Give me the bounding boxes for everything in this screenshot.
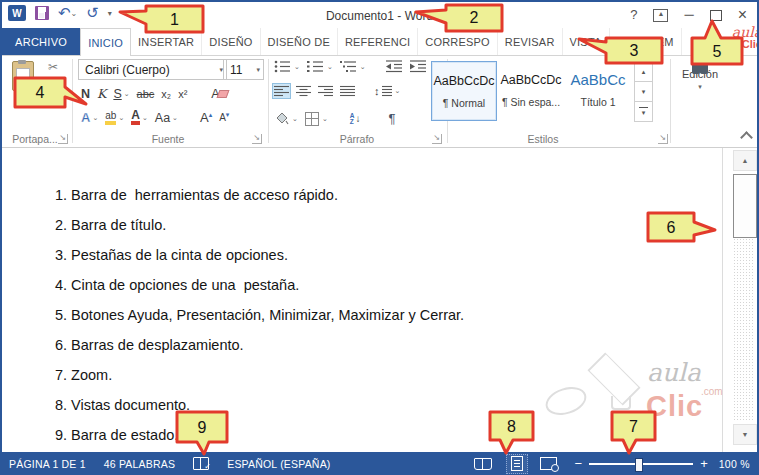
font-color-button[interactable]: A⌄ (131, 110, 148, 125)
underline-button[interactable]: S⌄ (113, 87, 129, 101)
change-case-dropdown-icon[interactable]: ⌄ (172, 114, 178, 122)
editing-dropdown-icon[interactable]: ▾ (676, 83, 724, 91)
styles-dialog-launcher[interactable]: ↘ (658, 134, 668, 144)
borders-dropdown-icon[interactable]: ⌄ (322, 115, 328, 123)
styles-more-arrow: ▾ (642, 109, 646, 117)
highlight-button[interactable]: ab⌄ (105, 111, 124, 125)
maximize-button[interactable] (710, 10, 722, 21)
cut-icon[interactable]: ✂ (48, 60, 58, 74)
vertical-scrollbar[interactable]: ▲ ▼ (731, 150, 757, 446)
word-window: W ↶⌄ ↺ ▾ Documento1 - Word ? ▲ ─ × ARCHI… (0, 0, 759, 475)
list-item[interactable]: 8. Vistas documento. (55, 390, 464, 420)
shrink-font-button[interactable]: A▾ (219, 111, 229, 123)
font-color-label: A (131, 110, 140, 125)
align-right-button[interactable] (318, 85, 333, 97)
page-indicator[interactable]: PÁGINA 1 DE 1 (9, 458, 86, 470)
zoom-in-button[interactable]: + (700, 456, 708, 471)
clipboard-dialog-launcher[interactable]: ↘ (58, 134, 68, 144)
list-item[interactable]: 7. Zoom. (55, 360, 464, 390)
bullets-dropdown-icon[interactable]: ⌄ (294, 63, 300, 71)
increase-indent-button[interactable] (410, 60, 427, 73)
sort-arrow-icon: ↓ (355, 113, 360, 124)
help-button[interactable]: ? (630, 8, 637, 22)
print-layout-button[interactable] (506, 454, 528, 474)
strikethrough-button[interactable]: abc (137, 88, 155, 100)
document-page[interactable]: 1. Barra de herramientas de acceso rápid… (2, 148, 757, 452)
align-left-button[interactable] (272, 83, 291, 99)
callout-9: 9 (177, 412, 227, 442)
zoom-level[interactable]: 100 % (719, 458, 750, 470)
numbering-dropdown-icon[interactable]: ⌄ (327, 63, 333, 71)
callout-4: 4 (15, 78, 65, 107)
ribbon-display-options-button[interactable]: ▲ (653, 9, 668, 22)
list-item[interactable]: 9. Barra de estado. (55, 420, 464, 450)
superscript-button[interactable]: x² (178, 88, 187, 100)
tab-inicio[interactable]: INICIO (80, 28, 131, 56)
paragraph-row-1: ⌄ ⌄ ⌄ (274, 60, 427, 73)
highlight-dropdown-icon[interactable]: ⌄ (118, 114, 124, 122)
borders-button[interactable]: ⌄ (305, 112, 328, 126)
grow-font-button[interactable]: A▴ (200, 110, 212, 125)
zoom-slider[interactable] (589, 463, 693, 465)
web-layout-button[interactable] (540, 457, 557, 470)
font-name-select[interactable]: Calibri (Cuerpo) ▾ (78, 59, 227, 80)
list-item[interactable]: 3. Pestañas de la cinta de opciones. (55, 240, 464, 270)
styles-scroll-down-button[interactable]: ▾ (634, 82, 653, 102)
font-size-select[interactable]: 11 ▾ (223, 59, 264, 80)
tab-diseno[interactable]: DISEÑO (202, 28, 260, 55)
language-indicator[interactable]: ESPAÑOL (ESPAÑA) (227, 458, 330, 470)
font-dialog-launcher[interactable]: ↘ (252, 134, 262, 144)
subscript-button[interactable]: x₂ (161, 88, 171, 100)
text-effects-dropdown-icon[interactable]: ⌄ (92, 114, 98, 122)
justify-icon (340, 85, 355, 97)
line-spacing-button[interactable]: ↕ ⌄ (374, 85, 400, 97)
shading-dropdown-icon[interactable]: ⌄ (292, 115, 298, 123)
close-button[interactable]: × (738, 8, 747, 22)
tab-referencias[interactable]: REFERENCI (338, 28, 418, 55)
change-case-button[interactable]: Aa⌄ (155, 111, 178, 125)
list-item[interactable]: 5. Botones Ayuda, Presentación, Minimiza… (55, 300, 464, 330)
style-normal[interactable]: AaBbCcDc ¶ Normal (431, 61, 497, 121)
style-titulo-1[interactable]: AaBbCc Título 1 (566, 61, 630, 119)
clear-formatting-button[interactable]: A (211, 87, 219, 101)
proofing-icon[interactable] (193, 457, 209, 470)
list-item[interactable]: 2. Barra de título. (55, 210, 464, 240)
watermark-cup-sketch (611, 396, 631, 410)
multilevel-list-button[interactable]: ⌄ (340, 60, 366, 73)
decrease-indent-button[interactable] (386, 60, 403, 73)
scroll-down-button[interactable]: ▼ (733, 424, 757, 445)
tab-revisar[interactable]: REVISAR (498, 28, 563, 55)
sort-button[interactable]: AZ ↓ (350, 113, 361, 125)
list-item[interactable]: 6. Barras de desplazamiento. (55, 330, 464, 360)
minimize-button[interactable]: ─ (684, 8, 693, 22)
numbering-button[interactable]: ⌄ (307, 60, 333, 73)
style-sin-espaciado[interactable]: AaBbCcDc ¶ Sin espa... (499, 61, 563, 119)
line-spacing-dropdown-icon[interactable]: ⌄ (395, 87, 401, 95)
tab-archivo[interactable]: ARCHIVO (2, 28, 80, 55)
align-center-button[interactable] (296, 85, 311, 97)
text-effects-button[interactable]: A⌄ (81, 110, 98, 125)
word-count[interactable]: 46 PALABRAS (104, 458, 175, 470)
show-hide-marks-button[interactable]: ¶ (388, 111, 395, 126)
bullets-button[interactable]: ⌄ (274, 60, 300, 73)
zoom-out-button[interactable]: − (575, 456, 583, 471)
justify-button[interactable] (340, 85, 355, 97)
font-size-dropdown-icon[interactable]: ▾ (256, 66, 260, 74)
editing-group[interactable]: Edición ▾ (676, 63, 724, 91)
shading-button[interactable]: ⌄ (274, 112, 298, 125)
italic-button[interactable]: K (97, 86, 106, 101)
styles-more-button[interactable]: ▾ (634, 102, 653, 122)
read-mode-button[interactable] (474, 458, 492, 470)
font-color-dropdown-icon[interactable]: ⌄ (142, 114, 148, 122)
scrollbar-track[interactable] (733, 238, 755, 422)
bullets-icon (274, 60, 291, 73)
list-item[interactable]: 1. Barra de herramientas de acceso rápid… (55, 180, 464, 210)
tab-diseno-de-pagina[interactable]: DISEÑO DE (261, 28, 338, 55)
list-item[interactable]: 4. Cinta de opciones de una pestaña. (55, 270, 464, 300)
scroll-up-button[interactable]: ▲ (733, 150, 757, 171)
scrollbar-thumb[interactable] (733, 174, 757, 238)
zoom-slider-thumb[interactable] (635, 458, 643, 472)
multilevel-dropdown-icon[interactable]: ⌄ (360, 63, 366, 71)
bold-button[interactable]: N (81, 87, 90, 101)
underline-dropdown-icon[interactable]: ⌄ (124, 90, 130, 98)
